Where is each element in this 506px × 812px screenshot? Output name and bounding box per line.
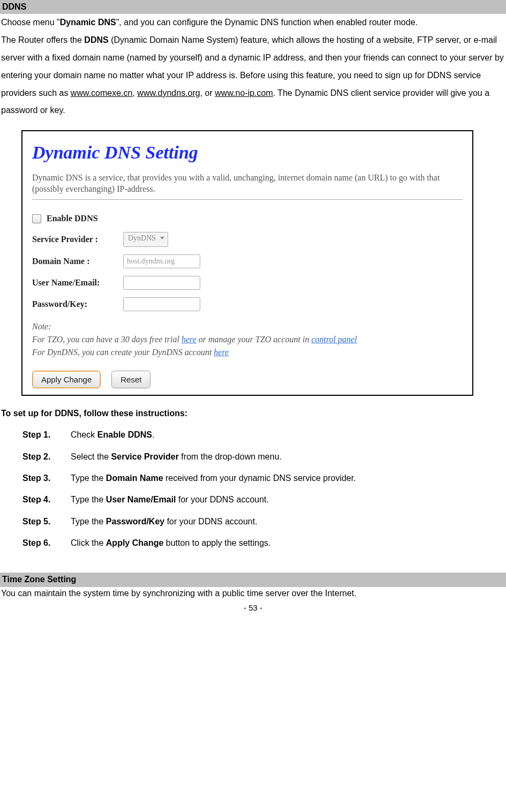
- reset-button[interactable]: Reset: [111, 371, 150, 388]
- text: or manage your TZO account in: [197, 335, 312, 344]
- shot-description: Dynamic DNS is a service, that provides …: [32, 172, 463, 195]
- text: received from your dynamic DNS service p…: [163, 473, 356, 483]
- domain-name-input[interactable]: host.dyndns.org: [123, 254, 200, 268]
- note-heading: Note:: [32, 321, 463, 333]
- password-label: Password/Key:: [32, 298, 123, 310]
- text: Type the: [71, 495, 106, 504]
- step-4: Step 4. Type the User Name/Email for you…: [22, 494, 506, 506]
- text: For TZO, you can have a 30 days free tri…: [32, 335, 182, 344]
- password-row: Password/Key:: [32, 297, 463, 311]
- button-row: Apply Change Reset: [32, 371, 463, 388]
- intro-paragraph-2: The Router offers the DDNS (Dynamic Doma…: [0, 32, 506, 119]
- text: .: [152, 430, 154, 439]
- step-3: Step 3. Type the Domain Name received fr…: [22, 472, 506, 484]
- domain-name-label: Domain Name :: [32, 255, 123, 267]
- instructions-heading: To set up for DDNS, follow these instruc…: [1, 408, 506, 419]
- bold: Apply Change: [106, 538, 164, 547]
- bold-dynamic-dns: Dynamic DNS: [60, 18, 116, 27]
- text: , or: [200, 88, 215, 97]
- text: Choose menu ": [1, 18, 60, 27]
- page-number: - 53 -: [0, 602, 506, 613]
- apply-change-button[interactable]: Apply Change: [32, 371, 101, 388]
- chevron-down-icon: [160, 237, 164, 239]
- service-provider-label: Service Provider :: [32, 234, 123, 245]
- text: For DynDNS, you can create your DynDNS a…: [32, 348, 214, 357]
- bold: Password/Key: [106, 517, 164, 526]
- intro-paragraph-1: Choose menu "Dynamic DNS", and you can c…: [0, 14, 506, 32]
- link-noip[interactable]: www.no-ip.com: [215, 88, 273, 97]
- username-input[interactable]: [123, 276, 200, 290]
- section-header-ddns: DDNS: [0, 0, 506, 14]
- service-provider-row: Service Provider : DynDNS: [32, 232, 463, 247]
- username-row: User Name/Email:: [32, 276, 463, 290]
- step-text: Click the Apply Change button to apply t…: [71, 537, 271, 549]
- step-text: Type the Password/Key for your DDNS acco…: [71, 516, 258, 528]
- step-label: Step 2.: [22, 451, 71, 463]
- note-line-dyndns: For DynDNS, you can create your DynDNS a…: [32, 346, 463, 359]
- enable-ddns-row: Enable DDNS: [32, 213, 463, 224]
- text: for your DDNS account.: [164, 517, 257, 526]
- step-text: Check Enable DDNS.: [71, 429, 155, 441]
- step-1: Step 1. Check Enable DDNS.: [22, 429, 506, 441]
- link-comexe[interactable]: www.comexe.cn: [71, 88, 133, 97]
- step-label: Step 1.: [22, 429, 71, 441]
- service-provider-select[interactable]: DynDNS: [123, 232, 168, 247]
- username-label: User Name/Email:: [32, 277, 123, 289]
- text: Click the: [71, 538, 106, 547]
- shot-title: Dynamic DNS Setting: [32, 140, 463, 166]
- step-label: Step 3.: [22, 472, 71, 484]
- enable-ddns-label: Enable DDNS: [47, 213, 98, 224]
- steps-list: Step 1. Check Enable DDNS. Step 2. Selec…: [0, 429, 506, 549]
- step-6: Step 6. Click the Apply Change button to…: [22, 537, 506, 549]
- step-text: Type the Domain Name received from your …: [71, 472, 356, 484]
- text: for your DDNS account.: [176, 495, 269, 504]
- bold: Domain Name: [106, 473, 163, 483]
- step-label: Step 4.: [22, 494, 71, 506]
- bold: Enable DDNS: [97, 430, 152, 439]
- divider: [32, 199, 463, 200]
- text: Check: [71, 430, 97, 439]
- step-text: Type the User Name/Email for your DDNS a…: [71, 494, 269, 506]
- bold: Service Provider: [111, 452, 179, 461]
- text: Select the: [71, 452, 111, 461]
- link-tzo-here[interactable]: here: [182, 335, 197, 344]
- link-dyndns-here[interactable]: here: [214, 348, 229, 357]
- text: ", and you can configure the Dynamic DNS…: [116, 18, 418, 27]
- ddns-settings-screenshot: Dynamic DNS Setting Dynamic DNS is a ser…: [21, 130, 473, 396]
- step-text: Select the Service Provider from the dro…: [71, 451, 282, 463]
- step-label: Step 5.: [22, 516, 71, 528]
- bold: User Name/Email: [106, 495, 176, 504]
- step-5: Step 5. Type the Password/Key for your D…: [22, 516, 506, 528]
- text: Type the: [71, 473, 106, 483]
- timezone-text: You can maintain the system time by sync…: [0, 587, 506, 600]
- enable-ddns-checkbox[interactable]: [32, 214, 41, 223]
- bold-ddns: DDNS: [84, 35, 108, 44]
- text: button to apply the settings.: [163, 538, 270, 547]
- domain-name-row: Domain Name : host.dyndns.org: [32, 254, 463, 268]
- text: Type the: [71, 517, 106, 526]
- text: from the drop-down menu.: [179, 452, 282, 461]
- text: The Router offers the: [1, 35, 84, 44]
- link-dyndns[interactable]: www.dyndns.org: [137, 88, 200, 97]
- link-tzo-control-panel[interactable]: control panel: [311, 335, 357, 344]
- step-label: Step 6.: [22, 537, 71, 549]
- step-2: Step 2. Select the Service Provider from…: [22, 451, 506, 463]
- section-header-timezone: Time Zone Setting: [0, 573, 506, 587]
- note-line-tzo: For TZO, you can have a 30 days free tri…: [32, 333, 463, 346]
- text: ,: [132, 88, 137, 97]
- service-provider-value: DynDNS: [128, 234, 156, 242]
- password-input[interactable]: [123, 297, 200, 311]
